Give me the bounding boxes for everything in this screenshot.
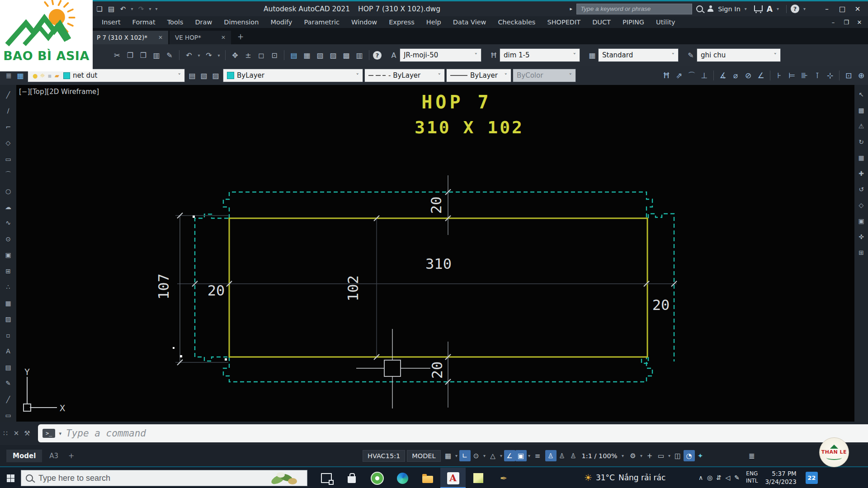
autocad-taskbar-button[interactable]: A <box>440 468 466 488</box>
redo-caret[interactable]: ▾ <box>216 49 222 61</box>
menu-duct[interactable]: DUCT <box>586 19 617 26</box>
layout-tab-a3[interactable]: A3 <box>45 450 63 462</box>
menu-format[interactable]: Format <box>127 19 161 26</box>
clock[interactable]: 5:37 PM 3/24/2023 <box>765 469 797 486</box>
dim-break-icon[interactable]: ⊹ <box>824 70 836 81</box>
palette-icon[interactable]: ▦ <box>856 153 866 163</box>
store-button[interactable] <box>339 468 364 488</box>
dim-quick-icon[interactable]: ⊦ <box>774 70 785 81</box>
menu-express[interactable]: Express <box>383 19 420 26</box>
undo-caret[interactable]: ▾ <box>129 4 135 14</box>
autotrack-toggle[interactable]: ∠ <box>504 450 515 461</box>
sketch-icon[interactable]: ✎ <box>3 378 14 389</box>
properties-palette-icon[interactable]: ▤ <box>288 49 300 61</box>
wipeout-icon[interactable]: ▭ <box>3 410 14 421</box>
linetype-select[interactable]: - ByLayer ˅ <box>364 69 445 82</box>
object-color-select[interactable]: ByLayer ˅ <box>223 69 363 82</box>
doc-restore-button[interactable]: ❐ <box>840 18 852 27</box>
snap-toggle[interactable]: ∟ <box>459 450 471 461</box>
region-icon[interactable]: ▫ <box>3 330 14 341</box>
zoom-window-icon[interactable]: ◻ <box>255 49 267 61</box>
maximize-button[interactable]: □ <box>835 4 849 14</box>
dim-continue-icon[interactable]: ⊪ <box>799 70 811 81</box>
command-prompt-icon[interactable]: >_ <box>42 429 55 438</box>
undo-caret[interactable]: ▾ <box>196 49 202 61</box>
notes-app-button[interactable] <box>466 468 491 488</box>
taskbar-search[interactable] <box>21 470 307 486</box>
match-properties-icon[interactable]: ▥ <box>151 49 162 61</box>
mleader-style-icon[interactable]: ✎ <box>685 49 697 61</box>
gradient-icon[interactable]: ▨ <box>3 314 14 324</box>
table-style-select[interactable]: Standard ˅ <box>598 48 679 62</box>
tab-close-icon[interactable]: ✕ <box>158 34 163 41</box>
sign-in-caret[interactable]: ▾ <box>745 6 750 11</box>
divide-icon[interactable]: ╱ <box>3 394 14 405</box>
arc-icon[interactable]: ⌒ <box>3 169 14 180</box>
dim-aligned-icon[interactable]: ⇗ <box>673 70 685 81</box>
dim-style-select[interactable]: dim 1-5 ˅ <box>500 48 580 62</box>
workspace-caret[interactable]: ▾ <box>639 450 644 461</box>
annotation-scale-icon[interactable]: ♙ <box>568 450 579 461</box>
tool-palettes-icon[interactable]: ▧ <box>314 49 326 61</box>
make-object-layer-current-icon[interactable]: ▤ <box>186 70 198 81</box>
menu-modify[interactable]: Modify <box>264 19 298 26</box>
print-icon[interactable]: ▤ <box>106 4 117 14</box>
command-customize-icon[interactable]: ⚒ <box>22 429 33 437</box>
dim-angular-icon[interactable]: ∠ <box>755 70 767 81</box>
command-grip-icon[interactable]: ∷ <box>0 429 11 437</box>
doc-minimize-button[interactable]: – <box>827 18 839 27</box>
tray-expand-icon[interactable]: ∧ <box>696 473 705 482</box>
alert-icon[interactable]: ⚠ <box>856 121 866 131</box>
doc-close-button[interactable]: ✕ <box>854 18 865 27</box>
weather-widget[interactable]: ☀ 31°C Nắng rải rác <box>584 467 665 488</box>
layout-tab-model[interactable]: Model <box>6 450 42 462</box>
redo-icon[interactable]: ↷ <box>203 49 215 61</box>
volume-icon[interactable]: ◁ <box>723 473 732 482</box>
grid-caret[interactable]: ▾ <box>454 450 459 461</box>
table-icon[interactable]: ▤ <box>3 362 14 373</box>
construction-line-icon[interactable]: ∕ <box>3 105 14 116</box>
layer-lock-icon[interactable]: ▪ <box>46 72 53 79</box>
grid-tool-icon[interactable]: ⊞ <box>856 248 866 258</box>
keyword-search-input[interactable] <box>576 4 692 14</box>
layer-on-icon[interactable]: ● <box>32 72 39 79</box>
insert-block-icon[interactable]: ▣ <box>3 249 14 260</box>
dim-linear-icon[interactable]: Ħ <box>660 70 672 81</box>
annotation-scale-button[interactable]: 1:1 / 100% <box>582 452 618 460</box>
new-tab-button[interactable]: + <box>237 32 244 41</box>
help-icon[interactable]: ? <box>791 5 799 13</box>
redo-icon[interactable]: ↷ <box>136 4 146 14</box>
dim-space-icon[interactable]: ⊺ <box>811 70 823 81</box>
isodraft-caret[interactable]: ▾ <box>499 450 504 461</box>
dim-update-icon[interactable]: ⊡ <box>843 70 854 81</box>
edit-block-icon[interactable]: ✎ <box>164 49 175 61</box>
pan-icon[interactable]: ✥ <box>229 49 241 61</box>
redraw-icon[interactable]: ↻ <box>856 137 866 147</box>
mleader-style-select[interactable]: ghi chu ˅ <box>697 48 781 62</box>
point-icon[interactable]: ∴ <box>3 282 14 292</box>
viewport-controls[interactable]: [−][Top][2D Wireframe] <box>19 88 99 96</box>
dim-arclength-icon[interactable]: ⌒ <box>686 70 698 81</box>
command-close-icon[interactable]: ✕ <box>11 429 22 437</box>
command-history-caret[interactable]: ▾ <box>59 431 61 436</box>
dim-diameter-icon[interactable]: ⌀ <box>730 70 741 81</box>
array-icon[interactable]: ▣ <box>856 216 866 226</box>
file-explorer-button[interactable] <box>415 468 440 488</box>
close-button[interactable]: ✕ <box>851 4 864 14</box>
menu-shopedit[interactable]: SHOPEDIT <box>541 19 586 26</box>
menu-piping[interactable]: PIPING <box>617 19 650 26</box>
app-store-cart-icon[interactable] <box>754 5 763 11</box>
zoom-realtime-icon[interactable]: ± <box>242 49 254 61</box>
hatch-icon[interactable]: ▦ <box>3 298 14 309</box>
pen-app-button[interactable]: ✒ <box>491 468 516 488</box>
dim-baseline-icon[interactable]: ⊨ <box>786 70 798 81</box>
layer-previous-icon[interactable]: ▧ <box>198 70 210 81</box>
rotate-icon[interactable]: ↺ <box>856 184 866 194</box>
help-icon[interactable]: ? <box>373 51 382 60</box>
annotation-autoscale-toggle[interactable]: ♙ <box>557 450 568 461</box>
dim-style-icon[interactable]: Ħ <box>488 49 500 61</box>
scale-tool-icon[interactable]: ◇ <box>856 200 866 210</box>
dim-center-mark-icon[interactable]: ⊕ <box>855 70 867 81</box>
crosshair-plus-icon[interactable]: + <box>644 450 656 461</box>
polygon-icon[interactable]: ◇ <box>3 137 14 148</box>
